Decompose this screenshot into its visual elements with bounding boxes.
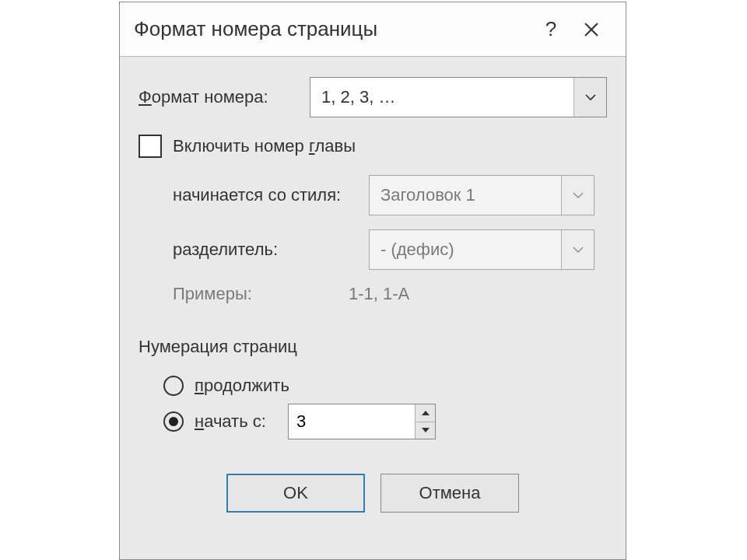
row-number-format: Формат номера: 1, 2, 3, … bbox=[139, 77, 607, 117]
combobox-starts-style: Заголовок 1 bbox=[369, 175, 594, 215]
checkbox-include-chapter[interactable] bbox=[139, 135, 162, 158]
radio-row-start-from: начать с: bbox=[163, 404, 607, 439]
close-button[interactable] bbox=[571, 9, 612, 50]
combobox-number-format-value: 1, 2, 3, … bbox=[310, 78, 573, 117]
chevron-down-icon bbox=[573, 78, 606, 117]
sub-include-chapter: начинается со стиля: Заголовок 1 раздели… bbox=[173, 175, 607, 304]
radio-continue[interactable] bbox=[163, 376, 184, 396]
titlebar: Формат номера страницы ? bbox=[120, 2, 626, 57]
combobox-starts-style-value: Заголовок 1 bbox=[370, 176, 561, 215]
group-title-numbering: Нумерация страниц bbox=[139, 337, 607, 357]
combobox-separator: - (дефис) bbox=[369, 229, 594, 270]
spinner-up-button[interactable] bbox=[416, 404, 435, 422]
close-icon bbox=[584, 22, 599, 37]
row-starts-style: начинается со стиля: Заголовок 1 bbox=[173, 175, 607, 215]
radio-dot-icon bbox=[169, 417, 178, 426]
label-continue: продолжить bbox=[195, 376, 289, 396]
spinner-start-from[interactable] bbox=[288, 404, 436, 439]
combobox-number-format[interactable]: 1, 2, 3, … bbox=[310, 77, 607, 117]
dialog-body: Формат номера: 1, 2, 3, … Включить номер… bbox=[120, 57, 626, 531]
row-examples: Примеры: 1-1, 1-A bbox=[173, 284, 607, 304]
help-button[interactable]: ? bbox=[531, 9, 571, 50]
dialog-page-number-format: Формат номера страницы ? Формат номера: … bbox=[119, 2, 626, 560]
label-number-format: Формат номера: bbox=[139, 87, 310, 107]
chevron-down-icon bbox=[561, 230, 594, 269]
radio-row-continue: продолжить bbox=[163, 368, 607, 404]
label-separator: разделитель: bbox=[173, 240, 369, 260]
value-examples: 1-1, 1-A bbox=[349, 284, 409, 304]
label-include-chapter: Включить номер главы bbox=[173, 136, 356, 156]
label-examples: Примеры: bbox=[173, 284, 349, 304]
chevron-down-icon bbox=[561, 176, 594, 215]
cancel-button[interactable]: Отмена bbox=[381, 474, 519, 513]
combobox-separator-value: - (дефис) bbox=[370, 230, 561, 269]
ok-button[interactable]: OK bbox=[226, 474, 365, 513]
row-separator: разделитель: - (дефис) bbox=[173, 229, 607, 270]
row-include-chapter: Включить номер главы bbox=[139, 135, 607, 158]
spinner-down-button[interactable] bbox=[416, 422, 435, 439]
label-start-from: начать с: bbox=[195, 411, 288, 432]
svg-marker-3 bbox=[422, 428, 430, 432]
svg-marker-2 bbox=[422, 411, 430, 415]
input-start-from[interactable] bbox=[289, 404, 415, 439]
radio-start-from[interactable] bbox=[163, 411, 184, 432]
footer-buttons: OK Отмена bbox=[139, 474, 607, 513]
label-starts-style: начинается со стиля: bbox=[173, 185, 369, 205]
title-text: Формат номера страницы bbox=[134, 17, 531, 41]
